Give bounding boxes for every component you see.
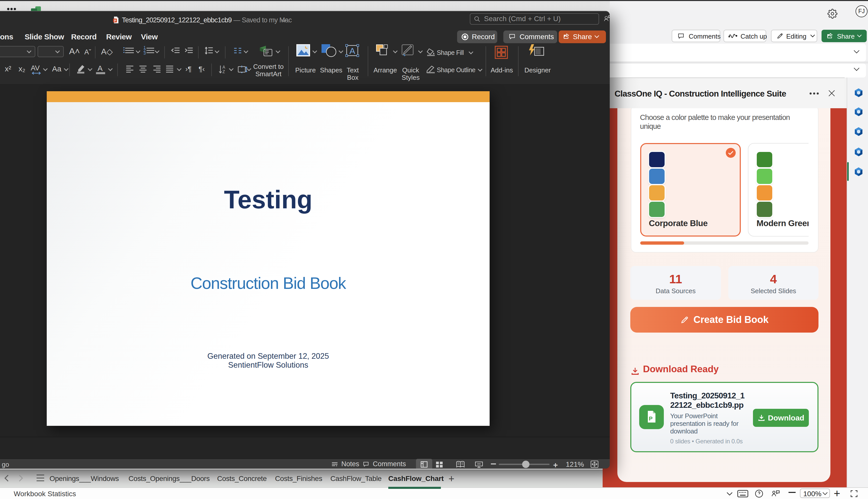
svg-text:P: P (114, 19, 116, 23)
svg-text:A: A (349, 46, 355, 56)
svg-text:A: A (222, 65, 225, 69)
svg-text:Z: Z (222, 70, 225, 74)
svg-text:P: P (649, 415, 653, 422)
